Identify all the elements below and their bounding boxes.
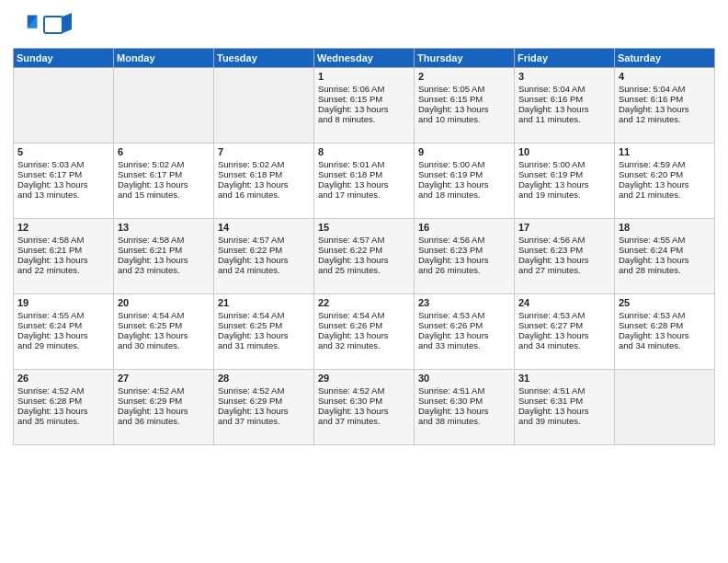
cell-info-line: Daylight: 13 hours [218,255,310,265]
calendar-cell: 3Sunrise: 5:04 AMSunset: 6:16 PMDaylight… [515,68,615,144]
weekday-header-sunday: Sunday [14,49,114,68]
day-number: 17 [518,222,610,233]
cell-info-line: Sunset: 6:25 PM [218,320,310,330]
week-row-3: 19Sunrise: 4:55 AMSunset: 6:24 PMDayligh… [14,294,715,370]
cell-info-line: Daylight: 13 hours [418,406,510,416]
cell-info-line: Daylight: 13 hours [518,330,610,340]
day-number: 4 [619,71,711,82]
cell-info-line: and 11 minutes. [518,114,610,124]
weekday-header-wednesday: Wednesday [314,49,415,68]
cell-info-line: Sunrise: 4:52 AM [17,385,109,396]
calendar-cell: 29Sunrise: 4:52 AMSunset: 6:30 PMDayligh… [314,370,415,445]
cell-info-line: Sunrise: 5:00 AM [418,159,510,169]
calendar-cell: 14Sunrise: 4:57 AMSunset: 6:22 PMDayligh… [214,219,314,294]
day-number: 1 [318,71,410,82]
cell-info-line: and 27 minutes. [518,265,610,275]
cell-info-line: Daylight: 13 hours [619,330,711,340]
cell-info-line: Sunrise: 4:59 AM [619,159,711,169]
cell-info-line: Sunrise: 4:52 AM [218,385,310,396]
cell-info-line: Sunrise: 5:06 AM [318,84,410,94]
cell-info-line: Daylight: 13 hours [318,104,410,114]
logo-icon [13,12,39,38]
cell-info-line: Sunrise: 5:02 AM [218,159,310,169]
cell-info-line: Sunset: 6:31 PM [518,396,610,406]
calendar-cell: 15Sunrise: 4:57 AMSunset: 6:22 PMDayligh… [314,219,415,294]
day-number: 31 [518,373,610,384]
cell-info-line: Sunrise: 4:56 AM [418,235,510,245]
day-number: 28 [218,373,310,384]
cell-info-line: and 12 minutes. [619,114,711,124]
cell-info-line: Sunrise: 4:51 AM [518,385,610,396]
day-number: 20 [118,297,210,308]
cell-info-line: Daylight: 13 hours [518,104,610,114]
cell-info-line: and 26 minutes. [418,265,510,275]
cell-info-line: Sunrise: 4:56 AM [518,235,610,245]
cell-info-line: and 34 minutes. [518,340,610,350]
calendar-cell: 19Sunrise: 4:55 AMSunset: 6:24 PMDayligh… [14,294,114,370]
cell-info-line: Sunset: 6:15 PM [318,94,410,104]
cell-info-line: Daylight: 13 hours [318,330,410,340]
calendar-cell: 27Sunrise: 4:52 AMSunset: 6:29 PMDayligh… [114,370,214,445]
cell-info-line: Sunset: 6:22 PM [218,245,310,255]
cell-info-line: and 39 minutes. [518,416,610,426]
cell-info-line: Daylight: 13 hours [218,406,310,416]
cell-info-line: Sunrise: 4:57 AM [318,235,410,245]
logo [13,9,77,40]
cell-info-line: and 16 minutes. [218,190,310,200]
cell-info-line: Sunrise: 5:03 AM [17,159,109,169]
day-number: 12 [17,222,109,233]
cell-info-line: Daylight: 13 hours [318,255,410,265]
cell-info-line: Sunset: 6:26 PM [318,320,410,330]
cell-info-line: Daylight: 13 hours [17,255,109,265]
cell-info-line: Sunrise: 4:53 AM [418,310,510,320]
cell-info-line: and 37 minutes. [218,416,310,426]
cell-info-line: and 28 minutes. [619,265,711,275]
calendar-table: SundayMondayTuesdayWednesdayThursdayFrid… [13,48,715,445]
calendar-cell [114,68,214,144]
cell-info-line: Daylight: 13 hours [318,406,410,416]
calendar-cell: 6Sunrise: 5:02 AMSunset: 6:17 PMDaylight… [114,144,214,219]
cell-info-line: Daylight: 13 hours [318,179,410,190]
calendar-cell: 25Sunrise: 4:53 AMSunset: 6:28 PMDayligh… [615,294,715,370]
calendar-cell: 24Sunrise: 4:53 AMSunset: 6:27 PMDayligh… [515,294,615,370]
cell-info-line: Sunset: 6:27 PM [518,320,610,330]
day-number: 24 [518,297,610,308]
cell-info-line: Sunset: 6:30 PM [318,396,410,406]
cell-info-line: and 22 minutes. [17,265,109,275]
calendar-cell: 18Sunrise: 4:55 AMSunset: 6:24 PMDayligh… [615,219,715,294]
calendar-cell: 28Sunrise: 4:52 AMSunset: 6:29 PMDayligh… [214,370,314,445]
cell-info-line: Sunrise: 4:55 AM [17,310,109,320]
week-row-4: 26Sunrise: 4:52 AMSunset: 6:28 PMDayligh… [14,370,715,445]
day-number: 10 [518,146,610,157]
calendar-cell: 2Sunrise: 5:05 AMSunset: 6:15 PMDaylight… [415,68,515,144]
cell-info-line: and 31 minutes. [218,340,310,350]
calendar-cell: 31Sunrise: 4:51 AMSunset: 6:31 PMDayligh… [515,370,615,445]
cell-info-line: Daylight: 13 hours [518,406,610,416]
cell-info-line: Sunset: 6:16 PM [518,94,610,104]
weekday-header-friday: Friday [515,49,615,68]
day-number: 8 [318,146,410,157]
day-number: 25 [619,297,711,308]
calendar-cell: 10Sunrise: 5:00 AMSunset: 6:19 PMDayligh… [515,144,615,219]
calendar-cell: 21Sunrise: 4:54 AMSunset: 6:25 PMDayligh… [214,294,314,370]
day-number: 26 [17,373,109,384]
day-number: 16 [418,222,510,233]
day-number: 30 [418,373,510,384]
calendar-cell: 13Sunrise: 4:58 AMSunset: 6:21 PMDayligh… [114,219,214,294]
weekday-header-saturday: Saturday [615,49,715,68]
calendar-cell [615,370,715,445]
cell-info-line: Sunset: 6:26 PM [418,320,510,330]
cell-info-line: and 32 minutes. [318,340,410,350]
page-container: SundayMondayTuesdayWednesdayThursdayFrid… [0,0,728,563]
cell-info-line: and 17 minutes. [318,190,410,200]
cell-info-line: Sunrise: 5:04 AM [518,84,610,94]
calendar-cell [14,68,114,144]
page-header [13,9,715,40]
calendar-cell: 12Sunrise: 4:58 AMSunset: 6:21 PMDayligh… [14,219,114,294]
cell-info-line: Sunrise: 4:53 AM [518,310,610,320]
cell-info-line: Sunset: 6:16 PM [619,94,711,104]
cell-info-line: and 36 minutes. [118,416,210,426]
cell-info-line: Daylight: 13 hours [418,255,510,265]
cell-info-line: and 19 minutes. [518,190,610,200]
calendar-cell [214,68,314,144]
